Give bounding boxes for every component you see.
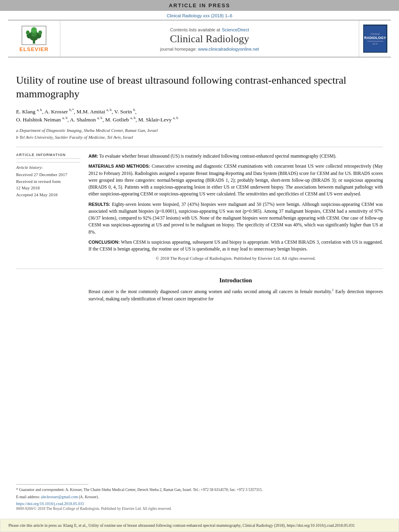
sciencedirect-label: Contents lists available at ScienceDirec… (170, 26, 249, 33)
abstract-results: RESULTS: Eighty-seven lesions were biops… (88, 201, 383, 236)
email-footnote: E-mail address: aleckrosser@gmail.com (A… (16, 494, 383, 500)
aim-text: To evaluate whether breast ultrasound (U… (99, 154, 337, 158)
homepage-url[interactable]: www.clinicalradiologyonline.net (198, 47, 259, 51)
abstract-copyright: © 2018 The Royal College of Radiologists… (88, 256, 383, 261)
article-info-divider (16, 162, 80, 162)
cite-bar-text: Please cite this article in press as: Kl… (8, 522, 391, 528)
intro-para1-text: Breast cancer is the most commonly diagn… (88, 289, 383, 301)
conclusion-text: When CESM is suspicious appearing, subse… (88, 240, 383, 251)
methods-text: Consecutive screening and diagnostic CES… (88, 164, 383, 196)
article-info-label: ARTICLE INFORMATION (16, 153, 80, 159)
article-title: Utility of routine use of breast ultraso… (16, 74, 383, 101)
journal-header-center: Contents lists available at ScienceDirec… (60, 21, 359, 57)
accepted-date: Accepted 24 May 2018 (16, 191, 80, 198)
email-name: (A. Krosser). (79, 495, 99, 499)
footer-area: * Guarantor and correspondent: A. Krosse… (0, 484, 399, 515)
affiliations: a Department of Diagnostic Imaging, Sheb… (16, 127, 383, 140)
divider-after-affiliations (16, 147, 383, 147)
homepage-label: journal homepage: (160, 47, 197, 51)
svg-point-6 (26, 30, 29, 35)
banner-label: ARTICLE IN PRESS (169, 2, 230, 8)
footnote-divider (16, 484, 88, 485)
intro-left-col (16, 277, 80, 306)
aim-label: AIM: (88, 154, 98, 158)
svg-point-3 (31, 27, 37, 33)
two-col-section: ARTICLE INFORMATION Article history: Rec… (16, 153, 383, 261)
abstract-conclusion: CONCLUSION: When CESM is suspicious appe… (88, 239, 383, 253)
abstract-col: AIM: To evaluate whether breast ultrasou… (88, 153, 383, 261)
elsevier-logo-area: ELSEVIER (8, 21, 60, 57)
journal-homepage: journal homepage: www.clinicalradiologyo… (160, 47, 259, 51)
introduction-heading: Introduction (88, 277, 383, 284)
article-info-col: ARTICLE INFORMATION Article history: Rec… (16, 153, 80, 261)
received-revised-label: Received in revised form (16, 178, 80, 185)
journal-citation: Clinical Radiology xxx (2018) 1–6 (0, 11, 399, 20)
email-label: E-mail address: (16, 495, 40, 499)
methods-label: MATERIALS AND METHODS: (88, 164, 150, 168)
introduction-section: Introduction Breast cancer is the most c… (16, 277, 383, 306)
article-in-press-banner: ARTICLE IN PRESS (0, 0, 399, 11)
article-history-label: Article history: (16, 165, 80, 170)
received-date: Received 27 December 2017 (16, 171, 80, 178)
elsevier-text: ELSEVIER (19, 46, 48, 52)
guarantor-text: * Guarantor and correspondent: A. Krosse… (16, 487, 383, 493)
svg-point-7 (38, 30, 42, 35)
page-wrapper: ARTICLE IN PRESS Clinical Radiology xxx … (0, 0, 399, 532)
doi-link[interactable]: https://doi.org/10.1016/j.crad.2018.05.0… (16, 501, 383, 506)
abstract-methods: MATERIALS AND METHODS: Consecutive scree… (88, 163, 383, 197)
cite-bar-content: Please cite this article in press as: Kl… (8, 523, 355, 528)
email-link[interactable]: aleckrosser@gmail.com (41, 495, 78, 499)
abstract-aim: AIM: To evaluate whether breast ultrasou… (88, 153, 383, 160)
journal-logo-box: Clinical RADIOLOGY RCR (363, 25, 387, 53)
results-label: RESULTS: (88, 202, 110, 207)
sciencedirect-prefix: Contents lists available at (170, 27, 220, 32)
elsevier-tree-icon (21, 25, 47, 45)
intro-para1: Breast cancer is the most commonly diagn… (88, 288, 383, 302)
affiliation-b: b Tel Aviv University, Sackler Faculty o… (16, 134, 383, 141)
guarantor-content: * Guarantor and correspondent: A. Krosse… (16, 488, 263, 492)
revised-date: 12 May 2018 (16, 185, 80, 191)
journal-name: Clinical Radiology (170, 33, 249, 45)
elsevier-logo: ELSEVIER (19, 25, 48, 52)
journal-citation-text: Clinical Radiology xxx (2018) 1–6 (167, 13, 232, 18)
intro-right-col: Introduction Breast cancer is the most c… (88, 277, 383, 306)
main-content: Utility of routine use of breast ultraso… (0, 58, 399, 310)
cite-bar: Please cite this article in press as: Kl… (0, 519, 399, 532)
journal-logo-area: Clinical RADIOLOGY RCR (359, 21, 391, 57)
affiliation-a: a Department of Diagnostic Imaging, Sheb… (16, 127, 383, 134)
issn-line: 0009-9260/© 2018 The Royal College of Ra… (16, 507, 383, 511)
results-text: Eighty-seven lesions were biopsied, 37 (… (88, 202, 383, 234)
sciencedirect-link[interactable]: ScienceDirect (222, 27, 249, 32)
abstract-body-divider (16, 269, 383, 269)
authors-line: E. Klang a, b, A. Krosser b,*, M.M. Amit… (16, 107, 383, 124)
journal-header: ELSEVIER Contents lists available at Sci… (8, 20, 391, 58)
spacer (0, 310, 399, 484)
conclusion-label: CONCLUSION: (88, 240, 120, 244)
